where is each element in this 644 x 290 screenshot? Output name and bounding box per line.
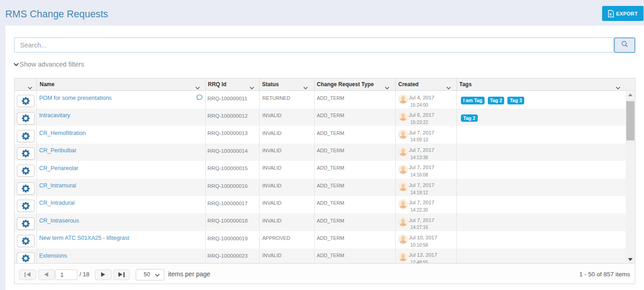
svg-text:x: x <box>609 12 612 16</box>
